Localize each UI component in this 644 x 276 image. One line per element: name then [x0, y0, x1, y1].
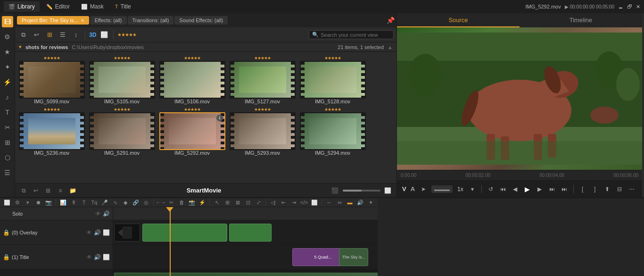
- overlay-eye[interactable]: 👁: [86, 229, 92, 236]
- next-btn[interactable]: ⏭: [547, 184, 557, 194]
- sidebar-item-library[interactable]: 🎞: [2, 16, 13, 27]
- title-eye[interactable]: 👁: [86, 254, 92, 260]
- loop-btn[interactable]: ↺: [486, 184, 496, 194]
- overlay-audio[interactable]: 🔊: [94, 229, 101, 236]
- project-bin-tab[interactable]: Project Bin: The Sky is... ✕: [17, 16, 89, 25]
- prev-btn[interactable]: ⏮: [498, 184, 508, 194]
- tl-audio-btn[interactable]: 🎙: [69, 198, 78, 207]
- extract-btn[interactable]: ⊟: [614, 184, 625, 194]
- thumb-img5291[interactable]: [89, 112, 155, 150]
- sidebar-item-text[interactable]: T: [2, 107, 13, 118]
- search-box[interactable]: 🔍: [309, 30, 394, 39]
- tl-record-btn[interactable]: ⏺: [34, 198, 42, 207]
- list-btn[interactable]: ≡: [56, 186, 65, 195]
- timeline-tab[interactable]: Timeline: [520, 13, 642, 27]
- sidebar-item-fx[interactable]: ✦: [2, 61, 13, 73]
- project-bin-close[interactable]: ✕: [81, 18, 84, 23]
- overlay-expand[interactable]: ⬜: [103, 229, 110, 236]
- media-item-img5127[interactable]: ★★★★★ IMG_5127.mov: [229, 55, 296, 104]
- sort-icon[interactable]: ↕: [71, 30, 81, 40]
- sidebar-item-music[interactable]: ♪: [2, 92, 13, 103]
- tl-keyframe-btn[interactable]: ◆: [121, 198, 130, 207]
- thumb-img5236[interactable]: [19, 112, 85, 150]
- tab-editor[interactable]: ✏️ Editor: [41, 1, 74, 12]
- media-item-img5291[interactable]: ★★★★★ IMG_5291.mov: [88, 106, 156, 156]
- sound-effects-tab[interactable]: Sound Effects: (all): [174, 16, 228, 25]
- tl-code-btn[interactable]: </>: [300, 198, 308, 207]
- tl-camera-btn[interactable]: 📷: [44, 198, 53, 207]
- tl-settings-btn[interactable]: ⚙: [13, 198, 22, 207]
- mark-in-btn[interactable]: [: [578, 184, 588, 194]
- solo-audio[interactable]: 🔊: [103, 210, 110, 217]
- overlay-clip-2[interactable]: [142, 224, 227, 242]
- title-expand[interactable]: ⬜: [103, 254, 110, 260]
- undo-btn[interactable]: ↩: [31, 186, 41, 195]
- revert-icon[interactable]: ↩: [31, 30, 41, 40]
- copy-icon[interactable]: ⧉: [18, 30, 28, 40]
- tab-library[interactable]: 🎬 Library: [4, 1, 40, 12]
- thumb-img5105[interactable]: [89, 61, 155, 99]
- media-item-img5294[interactable]: ★★★★★ IMG_5294.mov: [299, 106, 366, 156]
- more-btn[interactable]: ⋯: [627, 184, 637, 194]
- sidebar-item-star[interactable]: ★: [2, 46, 13, 58]
- sidebar-item-list[interactable]: ☰: [2, 167, 13, 178]
- overlay-clip-1[interactable]: [114, 224, 140, 242]
- tl-chart-btn[interactable]: 📊: [59, 198, 67, 207]
- tl-arrow-btn[interactable]: ←→: [157, 198, 165, 207]
- tl-camera2-btn[interactable]: 📸: [188, 198, 196, 207]
- sidebar-item-plugin[interactable]: ⬡: [2, 152, 13, 163]
- tl-text-btn[interactable]: T: [80, 198, 88, 207]
- expand-btn[interactable]: ⬛: [330, 186, 340, 195]
- grid-view-icon[interactable]: ⊞: [44, 30, 55, 40]
- title-clip-sky[interactable]: The Sky is...: [339, 248, 368, 266]
- tl-color-btn[interactable]: ▬: [346, 198, 354, 207]
- lift-btn[interactable]: ⬆: [602, 184, 612, 194]
- tl-expand2-btn[interactable]: ⇥: [289, 198, 298, 207]
- tl-shrink-btn[interactable]: ⇤: [279, 198, 288, 207]
- tl-text2-btn[interactable]: Tq: [90, 198, 99, 207]
- step-back-btn[interactable]: ◀: [510, 184, 520, 194]
- tl-select-btn[interactable]: ⬜: [3, 198, 11, 207]
- a-button[interactable]: A: [409, 185, 416, 192]
- media-item-img5128[interactable]: ★★★★★ IMG_5128.mov: [299, 55, 366, 104]
- window-maximize[interactable]: 🗗: [627, 4, 632, 9]
- slider-control[interactable]: [343, 190, 380, 192]
- tl-delete-btn[interactable]: 🗑: [177, 198, 186, 207]
- thumb-img5293[interactable]: [230, 112, 296, 150]
- thumb-img5128[interactable]: [300, 61, 366, 99]
- tl-zoom-btn[interactable]: ⊞: [223, 198, 231, 207]
- search-input[interactable]: [321, 32, 387, 38]
- slider-track[interactable]: [343, 190, 380, 192]
- transitions-tab[interactable]: Transitions: (all): [128, 16, 174, 25]
- tl-panel-btn[interactable]: ⬜: [310, 198, 319, 207]
- tl-ripple-btn[interactable]: ⊠: [233, 198, 242, 207]
- tl-zoom2-btn[interactable]: ⇔: [335, 198, 344, 207]
- view-btn[interactable]: ⊞: [43, 186, 53, 195]
- media-item-img5293[interactable]: ★★★★★ IMG_5293.mov: [229, 106, 296, 156]
- tl-filter-btn[interactable]: ◎: [142, 198, 150, 207]
- step-fwd-btn[interactable]: ▶: [535, 184, 545, 194]
- play-btn[interactable]: ▶: [522, 184, 533, 194]
- speed-dropdown[interactable]: ▾: [467, 184, 478, 194]
- overlay-lock-icon[interactable]: 🔒: [3, 229, 10, 236]
- media-item-img5106[interactable]: ★★★★★ IMG_5106.mov: [158, 55, 226, 104]
- tl-trim-btn[interactable]: ✂: [167, 198, 175, 207]
- thumb-img5099[interactable]: [19, 61, 85, 99]
- tl-wave-btn[interactable]: ∿: [111, 198, 119, 207]
- sidebar-item-cut[interactable]: ✂: [2, 122, 13, 133]
- folder-btn[interactable]: 📁: [68, 186, 77, 195]
- effects-tab[interactable]: Effects: (all): [90, 16, 127, 25]
- fit-btn[interactable]: ⬜: [383, 186, 393, 195]
- window-close[interactable]: ✕: [636, 4, 640, 10]
- tab-mask[interactable]: ⬜ Mask: [76, 1, 108, 12]
- media-item-img5236[interactable]: ★★★★★ IMG_5236.mov: [18, 106, 85, 156]
- title-audio[interactable]: 🔊: [94, 254, 101, 260]
- main-video-clip[interactable]: [114, 273, 378, 276]
- tabs-pin-button[interactable]: 📌: [387, 17, 395, 24]
- tab-title[interactable]: T Title: [110, 1, 136, 12]
- tl-mic-btn[interactable]: 🎤: [100, 198, 109, 207]
- 3d-button[interactable]: 3D: [89, 32, 96, 38]
- tl-fx-btn[interactable]: ⚡: [198, 198, 206, 207]
- thumb-img5292[interactable]: ℹ: [159, 112, 225, 150]
- scroll-up-button[interactable]: ▲: [388, 44, 393, 50]
